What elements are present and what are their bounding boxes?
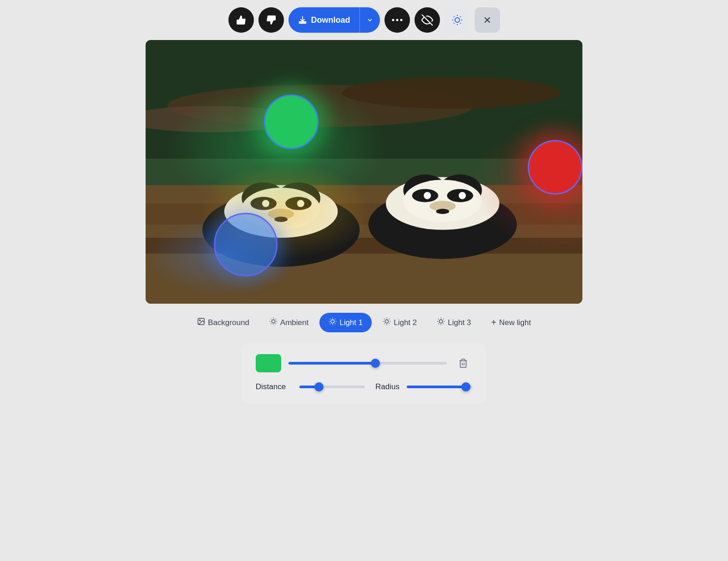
svg-line-8	[454, 16, 454, 17]
light3-circle[interactable]	[528, 140, 582, 195]
svg-line-56	[276, 324, 276, 324]
color-row	[256, 354, 472, 372]
svg-line-12	[454, 23, 454, 23]
intensity-slider-thumb[interactable]	[371, 359, 380, 368]
svg-line-73	[384, 319, 384, 319]
light3-icon	[437, 317, 445, 328]
param-row: Distance Radius	[256, 381, 472, 392]
distance-slider-thumb[interactable]	[314, 382, 324, 391]
close-button[interactable]	[475, 7, 500, 33]
radius-slider-track[interactable]	[407, 386, 472, 388]
svg-point-42	[424, 192, 431, 199]
tab-newlight-label: New light	[499, 318, 531, 327]
tab-background[interactable]: Background	[188, 313, 258, 332]
light2-circle[interactable]	[214, 213, 278, 276]
intensity-slider-container	[288, 362, 447, 365]
tab-light3-label: Light 3	[448, 318, 471, 327]
tab-background-label: Background	[208, 318, 249, 327]
download-button[interactable]: Download	[288, 7, 380, 33]
svg-line-64	[330, 319, 330, 319]
intensity-slider-track[interactable]	[288, 362, 447, 365]
svg-point-43	[459, 192, 466, 199]
radius-slider-fill	[407, 386, 466, 388]
svg-line-83	[443, 324, 444, 324]
svg-line-87	[443, 319, 444, 319]
download-dropdown-arrow[interactable]	[359, 7, 380, 33]
tab-light3[interactable]: Light 3	[428, 313, 480, 332]
svg-line-74	[389, 324, 389, 324]
svg-line-78	[389, 319, 389, 319]
distance-slider-track[interactable]	[299, 386, 365, 388]
light1-circle[interactable]	[264, 95, 318, 149]
radius-slider-thumb[interactable]	[461, 382, 470, 391]
download-main: Download	[288, 7, 359, 33]
eye-off-icon	[421, 14, 433, 26]
svg-point-5	[455, 18, 460, 22]
tab-light1[interactable]: Light 1	[319, 313, 372, 332]
svg-point-1	[392, 19, 394, 21]
light-mode-button[interactable]	[445, 7, 470, 33]
tab-bar: Background Ambient	[188, 313, 540, 332]
close-icon	[482, 15, 492, 25]
svg-point-39	[403, 180, 482, 222]
svg-point-2	[396, 19, 398, 21]
eye-off-button[interactable]	[415, 7, 440, 33]
svg-point-45	[436, 209, 449, 214]
svg-point-51	[199, 320, 200, 321]
color-swatch[interactable]	[256, 354, 281, 372]
svg-line-68	[330, 324, 330, 324]
add-icon: +	[491, 317, 496, 328]
svg-point-61	[331, 320, 334, 323]
thumbup-icon	[236, 15, 247, 25]
intensity-slider-fill	[288, 362, 375, 365]
svg-line-77	[384, 324, 384, 324]
trash-icon	[458, 358, 468, 368]
download-label: Download	[311, 15, 350, 25]
radius-slider[interactable]	[407, 381, 472, 392]
settings-panel: Distance Radius	[241, 343, 487, 403]
light1-icon	[329, 317, 337, 328]
scene-background	[146, 40, 582, 304]
tab-light2-label: Light 2	[394, 318, 417, 327]
radius-label: Radius	[372, 382, 399, 391]
svg-line-55	[271, 319, 271, 319]
svg-line-82	[438, 319, 439, 319]
tab-ambient[interactable]: Ambient	[260, 313, 318, 332]
svg-point-3	[400, 19, 402, 21]
more-options-button[interactable]	[384, 7, 410, 33]
toolbar: Download	[114, 7, 614, 33]
tab-new-light[interactable]: + New light	[482, 313, 540, 332]
more-dots-icon	[392, 18, 403, 22]
svg-point-70	[385, 320, 389, 323]
chevron-down-icon	[366, 16, 374, 24]
tab-ambient-label: Ambient	[280, 318, 308, 327]
svg-line-86	[438, 324, 439, 324]
svg-point-52	[272, 320, 275, 323]
thumbdown-icon	[266, 15, 277, 25]
svg-line-13	[460, 16, 460, 17]
ambient-icon	[269, 317, 278, 328]
svg-line-65	[335, 324, 335, 324]
distance-slider[interactable]	[299, 381, 365, 392]
background-icon	[197, 317, 205, 328]
tab-light1-label: Light 1	[339, 318, 363, 327]
svg-line-59	[271, 324, 271, 324]
sun-icon	[452, 15, 463, 25]
svg-point-79	[440, 320, 443, 323]
download-icon	[298, 15, 308, 25]
delete-light-button[interactable]	[454, 354, 472, 372]
svg-line-69	[335, 319, 335, 319]
svg-point-22	[342, 77, 561, 109]
light2-icon	[383, 317, 391, 328]
distance-label: Distance	[256, 382, 292, 391]
tab-light2[interactable]: Light 2	[374, 313, 426, 332]
svg-line-9	[460, 23, 460, 23]
thumbup-button[interactable]	[228, 7, 254, 33]
svg-line-60	[276, 319, 276, 319]
image-canvas	[146, 40, 582, 304]
thumbdown-button[interactable]	[258, 7, 284, 33]
